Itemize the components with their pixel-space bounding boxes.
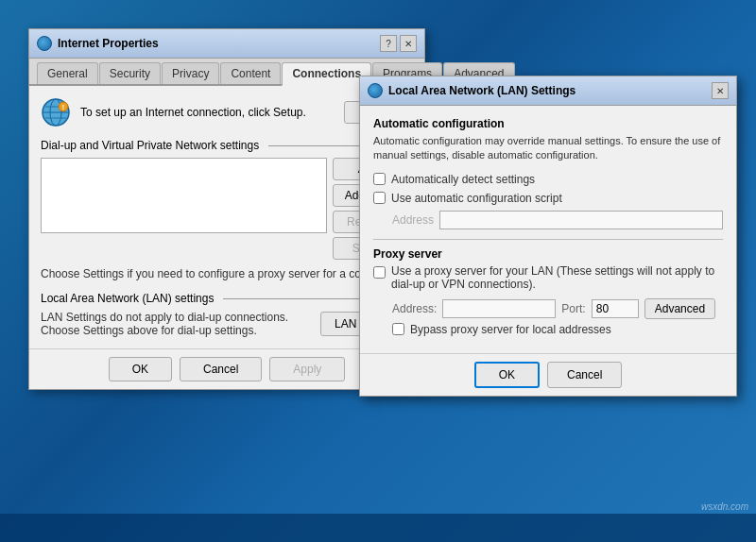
proxy-address-input[interactable] [442,299,556,318]
lan-close-button[interactable]: ✕ [712,82,729,99]
auto-detect-label: Automatically detect settings [391,173,535,186]
proxy-check-label: Use a proxy server for your LAN (These s… [391,264,723,291]
bypass-label: Bypass proxy server for local addresses [410,323,611,336]
tab-content[interactable]: Content [220,62,281,84]
titlebar-globe-icon [37,36,52,51]
main-ok-button[interactable]: OK [109,357,172,381]
globe-icon: ! [41,97,71,127]
lan-settings-dialog: Local Area Network (LAN) Settings ✕ Auto… [359,76,737,397]
lan-titlebar-icon [368,83,383,98]
address-placeholder-label: Address [392,213,434,227]
lan-text: LAN Settings do not apply to dial-up con… [41,311,311,337]
auto-detect-checkbox[interactable] [373,173,386,185]
auto-script-checkbox[interactable] [373,192,386,204]
advanced-proxy-button[interactable]: Advanced [644,298,715,319]
help-button[interactable]: ? [380,35,397,52]
tab-connections[interactable]: Connections [282,62,371,86]
auto-script-label: Use automatic configuration script [391,192,562,205]
proxy-section-title: Proxy server [373,247,723,261]
lan-dialog-content: Automatic configuration Automatic config… [360,106,736,353]
tab-security[interactable]: Security [99,62,161,84]
proxy-address-row: Address: Port: 80 Advanced [392,298,723,319]
bypass-checkbox[interactable] [392,323,404,335]
auto-config-title: Automatic configuration [373,117,723,130]
lan-cancel-button[interactable]: Cancel [547,362,622,388]
port-input[interactable]: 80 [592,299,639,318]
auto-script-row: Use automatic configuration script [373,192,723,205]
svg-text:!: ! [62,104,64,110]
main-titlebar: Internet Properties ? ✕ [29,29,424,59]
lan-footer: OK Cancel [360,353,736,396]
dialup-list[interactable] [41,158,327,233]
setup-row: ! To set up an Internet connection, clic… [41,97,413,127]
lan-row: LAN Settings do not apply to dial-up con… [41,311,413,337]
lan-titlebar-buttons: ✕ [712,82,729,99]
proxy-checkbox[interactable] [373,266,386,279]
setup-text: To set up an Internet connection, click … [80,106,335,119]
dialup-section-header: Dial-up and Virtual Private Network sett… [41,139,413,152]
lan-ok-button[interactable]: OK [474,362,540,388]
auto-config-address-input[interactable] [439,211,723,229]
proxy-check-row: Use a proxy server for your LAN (These s… [373,264,723,291]
watermark: wsxdn.com [701,501,748,512]
lan-dialog-title: Local Area Network (LAN) Settings [388,84,576,97]
tab-privacy[interactable]: Privacy [162,62,219,84]
auto-script-address-row: Address [392,211,723,229]
taskbar [0,514,756,542]
lan-titlebar: Local Area Network (LAN) Settings ✕ [360,76,736,106]
choose-proxy-text: Choose Settings if you need to configure… [41,267,413,280]
auto-detect-row: Automatically detect settings [373,173,723,186]
port-field-label: Port: [561,302,585,315]
main-titlebar-buttons: ? ✕ [380,35,417,52]
bypass-row: Bypass proxy server for local addresses [392,323,723,336]
main-dialog-title: Internet Properties [58,37,159,50]
lan-section-header: Local Area Network (LAN) settings [41,292,413,305]
close-button[interactable]: ✕ [400,35,417,52]
tab-general[interactable]: General [37,62,98,84]
lan-titlebar-left: Local Area Network (LAN) Settings [368,83,576,98]
main-cancel-button[interactable]: Cancel [180,357,262,381]
address-field-label: Address: [392,302,437,315]
auto-config-desc: Automatic configuration may override man… [373,134,723,163]
main-titlebar-left: Internet Properties [37,36,159,51]
dialup-list-area: Add... Add VPN... Remove... Settings [41,158,413,260]
divider [373,239,723,240]
main-apply-button[interactable]: Apply [269,357,345,381]
lan-section: Local Area Network (LAN) settings LAN Se… [41,292,413,337]
